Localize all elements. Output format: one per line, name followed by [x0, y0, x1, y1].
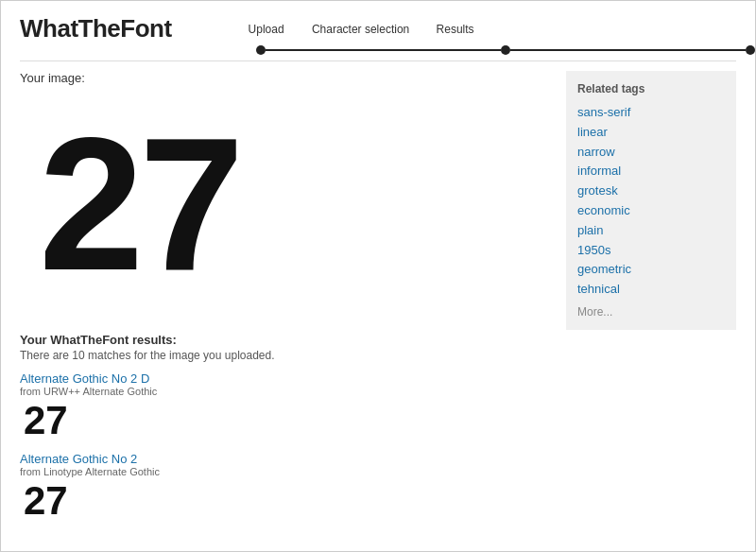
results-title: Your WhatTheFont results:: [20, 333, 547, 347]
results-section: Your WhatTheFont results: There are 10 m…: [20, 327, 547, 538]
more-tags-link[interactable]: More...: [577, 305, 725, 319]
tag-link[interactable]: informal: [577, 162, 725, 181]
font-result-1: Alternate Gothic No 2 D from URW++ Alter…: [20, 371, 547, 440]
font-result-1-name[interactable]: Alternate Gothic No 2 D: [20, 371, 547, 386]
progress-nav: Upload Character selection Results: [229, 23, 493, 36]
font-result-2: Alternate Gothic No 2 from Linotype Alte…: [20, 452, 547, 521]
tag-link[interactable]: 1950s: [577, 241, 725, 261]
tag-link[interactable]: grotesk: [577, 181, 725, 201]
tag-link[interactable]: plain: [577, 221, 725, 241]
step-char-label: Character selection: [304, 23, 418, 36]
tag-link[interactable]: geometric: [577, 260, 725, 280]
tag-link[interactable]: economic: [577, 201, 725, 221]
results-subtitle: There are 10 matches for the image you u…: [20, 349, 547, 362]
sidebar-title: Related tags: [577, 82, 725, 95]
image-display: 27: [20, 91, 511, 318]
font-result-2-preview: 27: [20, 481, 547, 521]
main-content: Your image: 27 Your WhatTheFont results:…: [1, 61, 755, 538]
font-result-1-source: from URW++ Alternate Gothic: [20, 386, 547, 397]
tag-link[interactable]: linear: [577, 123, 725, 143]
step-results-label: Results: [418, 23, 493, 36]
step-upload-label: Upload: [229, 23, 304, 36]
font-result-2-source: from Linotype Alternate Gothic: [20, 466, 547, 477]
tag-link[interactable]: sans-serif: [577, 103, 725, 123]
uploaded-image-number: 27: [39, 110, 239, 299]
tag-link[interactable]: narrow: [577, 143, 725, 163]
logo[interactable]: WhatTheFont: [20, 14, 172, 43]
tags-container: sans-seriflinearnarrowinformalgroteskeco…: [577, 103, 725, 300]
font-result-2-name[interactable]: Alternate Gothic No 2: [20, 452, 547, 466]
tag-link[interactable]: tehnical: [577, 280, 725, 300]
left-content: Your image: 27 Your WhatTheFont results:…: [20, 61, 566, 538]
right-sidebar: Related tags sans-seriflinearnarrowinfor…: [566, 71, 736, 330]
header: WhatTheFont Upload Character selection R…: [1, 1, 755, 53]
font-result-1-preview: 27: [20, 401, 547, 440]
your-image-label: Your image:: [20, 61, 547, 91]
